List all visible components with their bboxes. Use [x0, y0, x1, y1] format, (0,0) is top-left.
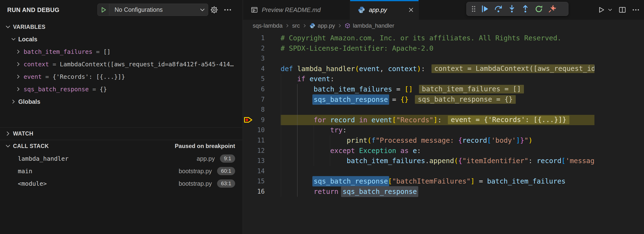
code-token: (	[367, 136, 371, 144]
chevron-right-icon	[338, 23, 342, 28]
code-token	[280, 116, 314, 124]
code-line-2[interactable]: 2# SPDX-License-Identifier: Apache-2.0	[243, 43, 594, 54]
code-token: }	[520, 136, 524, 144]
code-token: "	[524, 136, 528, 144]
code-text[interactable]: print(f"Processed message: {record['body…	[280, 135, 532, 146]
code-text[interactable]: except Exception as e:	[280, 146, 421, 156]
launch-config-label: No Configurations	[109, 6, 197, 13]
breadcrumb-item[interactable]: lambda_handler	[344, 22, 394, 29]
code-text[interactable]: for record in event["Records"]:event = {…	[280, 115, 570, 125]
code-line-16[interactable]: 16 return sqs_batch_response	[243, 186, 594, 197]
code-line-6[interactable]: 6 batch_item_failures = []batch_item_fai…	[243, 84, 594, 94]
code-token: event	[372, 116, 392, 124]
tab-preview-readme-md[interactable]: Preview README.md	[243, 0, 350, 20]
code-token: ]	[516, 136, 520, 144]
more-actions-button[interactable]	[630, 3, 642, 16]
code-token: append	[429, 157, 454, 165]
code-line-15[interactable]: 15 sqs_batch_response["batchItemFailures…	[243, 176, 594, 186]
line-number: 14	[248, 166, 265, 176]
gear-icon[interactable]	[210, 6, 218, 14]
variable-row[interactable]: event = {'Records': [{...}]}	[0, 70, 242, 83]
code-token: f	[372, 136, 376, 144]
frame-position-badge: 63:1	[217, 179, 235, 188]
variable-row[interactable]: sqs_batch_response = {}	[0, 83, 242, 95]
close-icon[interactable]	[408, 7, 414, 13]
split-editor-button[interactable]	[616, 3, 628, 16]
breadcrumb-item[interactable]: app.py	[310, 22, 335, 29]
variable-value: LambdaContext([aws_request_id=a8fa412f-a…	[60, 61, 234, 68]
section-header-variables[interactable]: VARIABLES	[0, 21, 242, 33]
code-token: except	[330, 147, 355, 155]
code-token: return	[314, 188, 338, 196]
code-token: lambda_handler	[297, 65, 355, 73]
code-text[interactable]: return sqs_batch_response	[280, 186, 417, 197]
gripper-icon[interactable]	[470, 4, 477, 13]
code-text[interactable]: batch_item_failures.append({"itemIdentif…	[280, 156, 594, 166]
code-text[interactable]: def lambda_handler(event, context):conte…	[280, 64, 594, 74]
step-into-button[interactable]	[505, 3, 518, 14]
call-stack-frame[interactable]: lambda_handlerapp.py9:1	[0, 152, 242, 165]
code-token: .	[425, 157, 429, 165]
more-actions-icon[interactable]	[224, 6, 232, 14]
debug-inline-value: event = {'Records': [{...}]}	[448, 116, 569, 124]
breadcrumb-label: app.py	[318, 22, 335, 29]
variables-scope-locals[interactable]: Locals	[0, 33, 242, 45]
code-line-12[interactable]: 12 except Exception as e:	[243, 146, 594, 156]
code-editor[interactable]: 1# Copyright Amazon.com, Inc. or its aff…	[243, 32, 594, 234]
code-line-7[interactable]: 7 sqs_batch_response = {}sqs_batch_respo…	[243, 94, 594, 105]
section-header-watch[interactable]: WATCH	[0, 127, 242, 140]
section-label: WATCH	[13, 130, 34, 137]
step-over-button[interactable]	[492, 3, 505, 14]
disconnect-button[interactable]	[546, 3, 559, 14]
variable-equals: =	[92, 48, 103, 55]
code-line-5[interactable]: 5 if event:	[243, 74, 594, 84]
code-text[interactable]: # Copyright Amazon.com, Inc. or its affi…	[280, 33, 562, 43]
code-text[interactable]: batch_item_failures = []batch_item_failu…	[280, 84, 524, 94]
code-token: []	[404, 85, 413, 93]
continue-button[interactable]	[478, 3, 492, 14]
code-token: in	[359, 116, 367, 124]
code-line-10[interactable]: 10 try:	[243, 125, 594, 135]
launch-config-dropdown[interactable]: No Configurations	[98, 3, 208, 16]
variable-row[interactable]: batch_item_failures = []	[0, 45, 242, 58]
code-line-11[interactable]: 11 print(f"Processed message: {record['b…	[243, 135, 594, 146]
code-line-3[interactable]: 3	[243, 53, 594, 64]
run-green-icon[interactable]	[100, 6, 107, 13]
tab-label: app.py	[369, 6, 387, 13]
section-header-call-stack[interactable]: CALL STACKPaused on breakpoint	[0, 140, 242, 152]
variable-row[interactable]: context = LambdaContext([aws_request_id=…	[0, 58, 242, 70]
run-python-file-button[interactable]	[596, 3, 615, 16]
breadcrumb-label: src	[292, 22, 300, 29]
breadcrumb-item[interactable]: src	[292, 22, 300, 29]
step-out-button[interactable]	[518, 3, 532, 14]
code-text[interactable]: sqs_batch_response = {}sqs_batch_respons…	[280, 94, 516, 105]
chevron-right-icon	[10, 99, 16, 105]
code-token: try	[330, 126, 342, 134]
code-token: :	[438, 116, 442, 124]
call-stack-frame[interactable]: mainbootstrap.py60:1	[0, 165, 242, 177]
code-text[interactable]: # SPDX-License-Identifier: Apache-2.0	[280, 43, 434, 54]
code-text[interactable]: sqs_batch_response["batchItemFailures"] …	[280, 176, 566, 186]
frame-file: bootstrap.py	[179, 180, 212, 187]
code-token: ]	[434, 116, 438, 124]
code-line-8[interactable]: 8	[243, 105, 594, 115]
breadcrumb-item[interactable]: sqs-lambda	[253, 22, 282, 29]
split-editor-icon	[618, 6, 626, 14]
breadcrumb-label: sqs-lambda	[253, 22, 282, 29]
code-text[interactable]: try:	[280, 125, 347, 135]
code-line-13[interactable]: 13 batch_item_failures.append({"itemIden…	[243, 156, 594, 166]
code-line-1[interactable]: 1# Copyright Amazon.com, Inc. or its aff…	[243, 33, 594, 43]
tab-app-py[interactable]: app.py	[350, 0, 419, 20]
code-line-4[interactable]: 4def lambda_handler(event, context):cont…	[243, 64, 594, 74]
line-number: 16	[248, 186, 265, 197]
code-text[interactable]: if event:	[280, 74, 334, 84]
code-token: event	[359, 65, 380, 73]
variable-equals: =	[49, 61, 60, 68]
variables-scope-globals[interactable]: Globals	[0, 95, 242, 108]
code-token: # SPDX-License-Identifier: Apache-2.0	[280, 44, 434, 52]
editor-actions	[596, 0, 642, 20]
call-stack-frame[interactable]: <module>bootstrap.py63:1	[0, 177, 242, 190]
code-line-14[interactable]: 14	[243, 166, 594, 176]
code-line-9[interactable]: 9 for record in event["Records"]:event =…	[243, 115, 594, 125]
restart-button[interactable]	[532, 3, 546, 14]
